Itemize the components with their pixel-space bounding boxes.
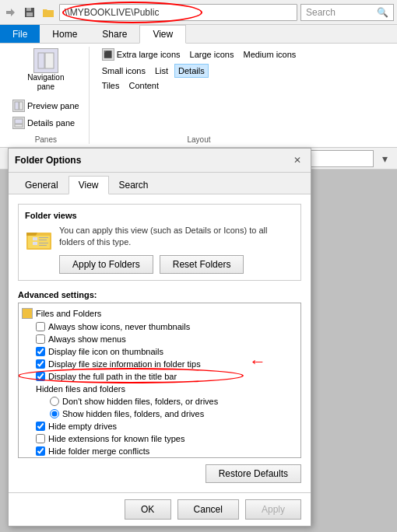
dialog-title: Folder Options (15, 155, 81, 166)
cancel-button[interactable]: Cancel (177, 499, 239, 520)
always-show-icons-checkbox[interactable] (36, 322, 45, 331)
layout-row-3: Tiles Content (99, 79, 300, 92)
layout-row-1: ⬛ Extra large icons Large icons Medium i… (99, 47, 300, 62)
hide-empty-drives-checkbox[interactable] (36, 422, 45, 431)
setting-display-full-path[interactable]: Display the full path in the title bar (22, 370, 297, 383)
dialog-tab-bar: General View Search (9, 173, 311, 194)
tab-view[interactable]: View (139, 25, 186, 44)
display-file-size-label: Display file size information in folder … (48, 359, 201, 369)
hide-folder-merge-checkbox[interactable] (36, 446, 45, 456)
layout-group: ⬛ Extra large icons Large icons Medium i… (96, 47, 306, 144)
tab-home[interactable]: Home (40, 25, 90, 43)
dont-show-hidden-label: Don't show hidden files, folders, or dri… (62, 397, 218, 406)
tab-file[interactable]: File (0, 25, 40, 43)
folder-views-content: You can apply this view (such as Details… (25, 225, 294, 274)
tiles-button[interactable]: Tiles (99, 79, 123, 92)
search-icon: 🔍 (377, 7, 388, 18)
dialog-tab-search[interactable]: Search (109, 176, 159, 194)
setting-always-show-menus[interactable]: Always show menus (22, 333, 297, 345)
folder-group-icon (22, 308, 33, 319)
large-icons-button[interactable]: Large icons (187, 47, 237, 62)
show-hidden-radio[interactable] (50, 409, 59, 418)
dialog-tab-general[interactable]: General (15, 176, 69, 194)
navigation-pane-button[interactable]: Navigation pane (23, 47, 69, 93)
setting-display-file-icon[interactable]: Display file icon on thumbnails (22, 345, 297, 358)
reset-folders-button[interactable]: Reset Folders (160, 255, 244, 274)
back-icon (3, 5, 19, 20)
list-button[interactable]: List (152, 64, 171, 78)
dialog-tab-view[interactable]: View (69, 176, 109, 194)
title-bar: \\MYBOOKLIVE\Public Search 🔍 (0, 0, 397, 25)
address-path[interactable]: \\MYBOOKLIVE\Public (59, 4, 297, 21)
svg-rect-1 (26, 8, 31, 11)
svg-rect-16 (39, 245, 47, 246)
details-pane-label: Details pane (27, 118, 75, 128)
large-icons-label: Large icons (190, 50, 234, 59)
apply-button[interactable]: Apply (245, 499, 301, 520)
setting-show-hidden[interactable]: Show hidden files, folders, and drives (22, 408, 297, 420)
setting-hide-empty-drives[interactable]: Hide empty drives (22, 420, 297, 432)
setting-always-show-icons[interactable]: Always show icons, never thumbnails (22, 320, 297, 333)
tab-share[interactable]: Share (90, 25, 139, 43)
svg-rect-3 (38, 53, 44, 68)
nav-pane-label: Navigation pane (27, 73, 65, 92)
advanced-settings-label: Advanced settings: (18, 290, 301, 299)
nav-pane-icon (33, 48, 58, 73)
folder-views-icon (25, 225, 53, 253)
preview-pane-label: Preview pane (27, 101, 79, 110)
setting-dont-show-hidden[interactable]: Don't show hidden files, folders, or dri… (22, 395, 297, 408)
setting-hide-folder-merge[interactable]: Hide folder merge conflicts (22, 445, 297, 457)
files-and-folders-group: Files and Folders (22, 306, 297, 320)
details-label: Details (178, 66, 205, 75)
details-button[interactable]: Details (174, 64, 209, 78)
details-pane-button[interactable]: Details pane (9, 115, 83, 131)
layout-group-label: Layout (187, 132, 210, 144)
dialog-title-bar: Folder Options ✕ (9, 149, 311, 173)
setting-hide-extensions[interactable]: Hide extensions for known file types (22, 432, 297, 445)
content-label: Content (128, 81, 159, 90)
layout-row-2: Small icons List Details (99, 64, 300, 78)
preview-pane-button[interactable]: Preview pane (9, 98, 83, 114)
extra-large-icon: ⬛ (102, 48, 114, 61)
panes-group-label: Panes (35, 132, 57, 144)
display-file-size-checkbox[interactable] (36, 359, 45, 369)
medium-icons-label: Medium icons (243, 50, 296, 59)
apply-to-folders-button[interactable]: Apply to Folders (59, 255, 153, 274)
dont-show-hidden-radio[interactable] (50, 397, 59, 406)
display-full-path-checkbox[interactable] (36, 372, 45, 381)
svg-rect-14 (33, 242, 37, 245)
list-label: List (155, 66, 168, 75)
folder-options-dialog: Folder Options ✕ General View Search Fol… (8, 148, 311, 527)
dialog-body: Folder views You (9, 194, 311, 492)
content-button[interactable]: Content (125, 79, 162, 92)
small-icons-button[interactable]: Small icons (99, 64, 149, 78)
folder-views-description: You can apply this view (such as Details… (59, 225, 294, 274)
display-file-icon-checkbox[interactable] (36, 347, 45, 356)
small-icons-label: Small icons (102, 66, 146, 75)
setting-display-file-size[interactable]: Display file size information in folder … (22, 358, 297, 370)
ok-button[interactable]: OK (125, 499, 171, 520)
hidden-files-label: Hidden files and folders (36, 384, 125, 394)
search-placeholder: Search (306, 7, 336, 18)
svg-rect-15 (39, 243, 48, 243)
search-box[interactable]: Search 🔍 (300, 4, 394, 21)
expand-icon: ▾ (377, 151, 392, 166)
hide-extensions-checkbox[interactable] (36, 434, 45, 443)
svg-rect-11 (33, 237, 37, 240)
medium-icons-button[interactable]: Medium icons (240, 47, 299, 62)
display-full-path-label: Display the full path in the title bar (48, 372, 177, 381)
extra-large-icons-button[interactable]: ⬛ Extra large icons (99, 47, 184, 62)
svg-rect-5 (15, 102, 19, 110)
settings-list[interactable]: Files and Folders Always show icons, nev… (18, 303, 301, 458)
folder-views-buttons: Apply to Folders Reset Folders (59, 255, 294, 274)
files-and-folders-label: Files and Folders (36, 309, 101, 318)
svg-rect-7 (15, 119, 23, 124)
show-hidden-label: Show hidden files, folders, and drives (62, 409, 204, 418)
panes-group: Navigation pane Preview pane Details pan… (6, 47, 90, 144)
always-show-menus-checkbox[interactable] (36, 334, 45, 344)
always-show-icons-label: Always show icons, never thumbnails (48, 322, 190, 331)
dialog-bottom-buttons: OK Cancel Apply (9, 492, 311, 526)
hide-extensions-label: Hide extensions for known file types (48, 434, 184, 443)
restore-defaults-button[interactable]: Restore Defaults (206, 464, 301, 483)
dialog-close-button[interactable]: ✕ (290, 153, 304, 167)
